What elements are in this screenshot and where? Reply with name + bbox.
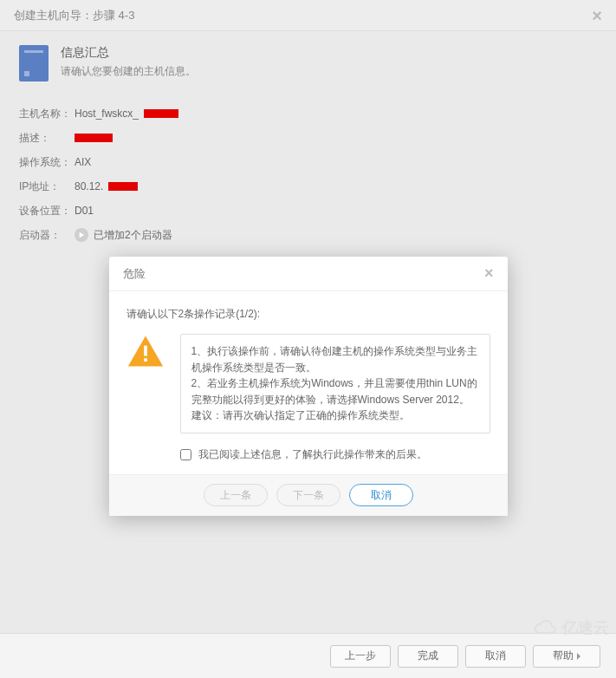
modal-header: 危险 × [109,257,508,291]
modal-prev-button[interactable]: 上一条 [204,484,268,506]
modal-body: 请确认以下2条操作记录(1/2): 1、执行该操作前，请确认待创建主机的操作系统… [109,291,508,474]
modal-title: 危险 [123,266,146,282]
acknowledge-row[interactable]: 我已阅读上述信息，了解执行此操作带来的后果。 [180,447,490,462]
confirm-text: 请确认以下2条操作记录(1/2): [126,307,490,322]
acknowledge-checkbox[interactable] [180,449,191,460]
svg-rect-1 [144,358,147,362]
modal-cancel-button[interactable]: 取消 [349,484,413,506]
modal-footer: 上一条 下一条 取消 [109,474,508,516]
modal-close-icon[interactable]: × [484,264,494,283]
svg-rect-0 [144,346,147,356]
modal-next-button[interactable]: 下一条 [276,484,340,506]
warning-triangle-icon [126,334,165,368]
warning-row: 1、执行该操作前，请确认待创建主机的操作系统类型与业务主机操作系统类型是否一致。… [126,334,490,434]
warning-line-2: 2、若业务主机操作系统为Windows，并且需要使用thin LUN的完整功能以… [191,375,479,407]
acknowledge-label: 我已阅读上述信息，了解执行此操作带来的后果。 [198,447,427,462]
modal-overlay: 危险 × 请确认以下2条操作记录(1/2): 1、执行该操作前，请确认待创建主机… [0,0,616,678]
danger-modal: 危险 × 请确认以下2条操作记录(1/2): 1、执行该操作前，请确认待创建主机… [109,257,508,516]
warning-text-box: 1、执行该操作前，请确认待创建主机的操作系统类型与业务主机操作系统类型是否一致。… [180,334,490,434]
warning-line-3: 建议：请再次确认指定了正确的操作系统类型。 [191,407,479,424]
warning-line-1: 1、执行该操作前，请确认待创建主机的操作系统类型与业务主机操作系统类型是否一致。 [191,343,479,375]
